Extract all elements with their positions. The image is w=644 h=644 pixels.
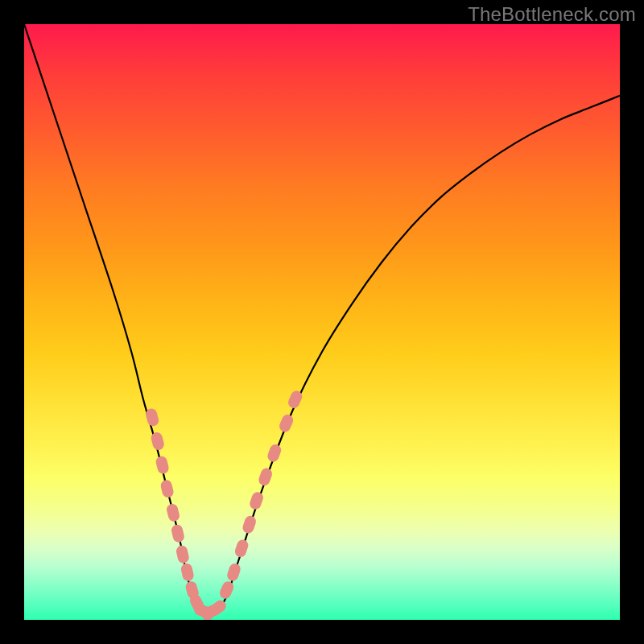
chart-frame: TheBottleneck.com bbox=[0, 0, 644, 644]
svg-rect-2 bbox=[155, 455, 170, 475]
data-marker bbox=[171, 523, 186, 543]
data-marker bbox=[248, 490, 265, 510]
svg-rect-4 bbox=[166, 502, 181, 522]
svg-rect-20 bbox=[278, 413, 295, 434]
data-marker bbox=[257, 467, 274, 487]
svg-rect-13 bbox=[218, 580, 236, 601]
svg-rect-7 bbox=[180, 563, 195, 583]
data-marker bbox=[233, 539, 250, 559]
data-markers bbox=[145, 389, 304, 620]
data-marker bbox=[180, 563, 195, 583]
svg-rect-14 bbox=[225, 562, 242, 582]
bottleneck-curve bbox=[24, 24, 620, 616]
svg-rect-3 bbox=[159, 479, 175, 499]
data-marker bbox=[242, 514, 258, 535]
svg-rect-18 bbox=[257, 467, 274, 487]
watermark-text: TheBottleneck.com bbox=[468, 3, 636, 26]
svg-rect-5 bbox=[171, 523, 186, 543]
svg-rect-6 bbox=[175, 544, 190, 564]
data-marker bbox=[266, 443, 283, 463]
chart-svg bbox=[24, 24, 620, 620]
svg-rect-1 bbox=[150, 431, 165, 452]
data-marker bbox=[150, 431, 165, 452]
svg-rect-16 bbox=[242, 514, 258, 535]
plot-area bbox=[24, 24, 620, 620]
data-marker bbox=[155, 455, 170, 475]
data-marker bbox=[278, 413, 295, 434]
svg-rect-15 bbox=[233, 539, 250, 559]
svg-rect-19 bbox=[266, 443, 283, 463]
data-marker bbox=[175, 544, 190, 564]
data-marker bbox=[159, 479, 175, 499]
data-marker bbox=[218, 580, 236, 601]
data-marker bbox=[225, 562, 242, 582]
data-marker bbox=[166, 502, 181, 522]
svg-rect-17 bbox=[248, 490, 265, 510]
